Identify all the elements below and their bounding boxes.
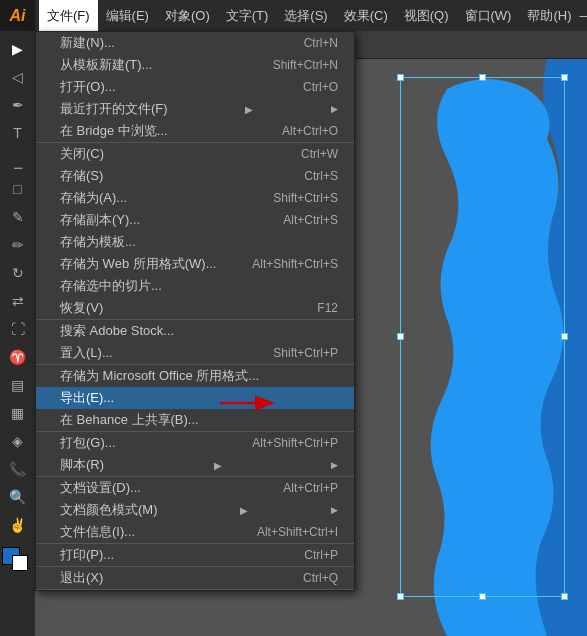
- menu-revert[interactable]: 恢复(V) F12: [36, 297, 354, 319]
- menu-recent-files[interactable]: 最近打开的文件(F) ▶: [36, 98, 354, 120]
- left-panel: ▶ ◁ ✒ T ⎯ □ ✎ ✏ ↻ ⇄ ⛶ ♈ ▤ ▦ ◈ 📞 🔍 ✌: [0, 31, 35, 636]
- red-arrow-indicator: [220, 388, 280, 421]
- handle-bl[interactable]: [397, 593, 404, 600]
- menu-section-document: 文档设置(D)... Alt+Ctrl+P 文档颜色模式(M) ▶ 文件信息(I…: [36, 477, 354, 544]
- menu-print[interactable]: 打印(P)... Ctrl+P: [36, 544, 354, 566]
- menu-file-info[interactable]: 文件信息(I)... Alt+Shift+Ctrl+I: [36, 521, 354, 543]
- menu-document-setup[interactable]: 文档设置(D)... Alt+Ctrl+P: [36, 477, 354, 499]
- tool-scale[interactable]: ⛶: [5, 316, 31, 342]
- menu-section-new: 新建(N)... Ctrl+N 从模板新建(T)... Shift+Ctrl+N…: [36, 32, 354, 143]
- menu-file[interactable]: 文件(F): [39, 0, 98, 31]
- menu-section-export: 存储为 Microsoft Office 所用格式... 导出(E)... 在 …: [36, 365, 354, 432]
- ai-logo: Ai: [0, 0, 35, 31]
- menu-package[interactable]: 打包(G)... Alt+Shift+Ctrl+P: [36, 432, 354, 454]
- tool-hand[interactable]: ✌: [5, 512, 31, 538]
- menu-section-package: 打包(G)... Alt+Shift+Ctrl+P 脚本(R) ▶: [36, 432, 354, 477]
- handle-bm[interactable]: [479, 593, 486, 600]
- tool-direct-select[interactable]: ◁: [5, 64, 31, 90]
- menu-new-template[interactable]: 从模板新建(T)... Shift+Ctrl+N: [36, 54, 354, 76]
- menu-edit[interactable]: 编辑(E): [98, 0, 157, 31]
- tool-select[interactable]: ▶: [5, 36, 31, 62]
- selection-box: [400, 77, 565, 597]
- menu-save-ms[interactable]: 存储为 Microsoft Office 所用格式...: [36, 365, 354, 387]
- tool-eyedropper[interactable]: 📞: [5, 456, 31, 482]
- menu-object[interactable]: 对象(O): [157, 0, 218, 31]
- tool-gradient[interactable]: ▤: [5, 372, 31, 398]
- tool-warp[interactable]: ♈: [5, 344, 31, 370]
- menu-save-web[interactable]: 存储为 Web 所用格式(W)... Alt+Shift+Ctrl+S: [36, 253, 354, 275]
- tool-rotate[interactable]: ↻: [5, 260, 31, 286]
- mode-label: —————: [580, 9, 588, 23]
- menu-section-exit: 退出(X) Ctrl+Q: [36, 567, 354, 590]
- tool-type[interactable]: T: [5, 120, 31, 146]
- menu-text[interactable]: 文字(T): [218, 0, 277, 31]
- menu-help[interactable]: 帮助(H): [519, 0, 579, 31]
- menu-place[interactable]: 置入(L)... Shift+Ctrl+P: [36, 342, 354, 364]
- tool-shape[interactable]: □: [5, 176, 31, 202]
- menu-section-print: 打印(P)... Ctrl+P: [36, 544, 354, 567]
- menu-search-stock[interactable]: 搜索 Adobe Stock...: [36, 320, 354, 342]
- tool-zoom[interactable]: 🔍: [5, 484, 31, 510]
- menu-document-color[interactable]: 文档颜色模式(M) ▶: [36, 499, 354, 521]
- tool-mirror[interactable]: ⇄: [5, 288, 31, 314]
- menu-close[interactable]: 关闭(C) Ctrl+W: [36, 143, 354, 165]
- menu-export[interactable]: 导出(E)...: [36, 387, 354, 409]
- tool-pencil[interactable]: ✏: [5, 232, 31, 258]
- menu-save-copy[interactable]: 存储副本(Y)... Alt+Ctrl+S: [36, 209, 354, 231]
- menu-section-save: 关闭(C) Ctrl+W 存储(S) Ctrl+S 存储为(A)... Shif…: [36, 143, 354, 320]
- handle-ml[interactable]: [397, 333, 404, 340]
- menu-browse-bridge[interactable]: 在 Bridge 中浏览... Alt+Ctrl+O: [36, 120, 354, 142]
- menu-save-as[interactable]: 存储为(A)... Shift+Ctrl+S: [36, 187, 354, 209]
- tool-mesh[interactable]: ▦: [5, 400, 31, 426]
- menu-scripts[interactable]: 脚本(R) ▶: [36, 454, 354, 476]
- tool-pen[interactable]: ✒: [5, 92, 31, 118]
- background-color[interactable]: [12, 555, 28, 571]
- menu-view[interactable]: 视图(Q): [396, 0, 457, 31]
- file-dropdown-panel: 新建(N)... Ctrl+N 从模板新建(T)... Shift+Ctrl+N…: [35, 31, 355, 591]
- menu-save-slices[interactable]: 存储选中的切片...: [36, 275, 354, 297]
- tool-paintbrush[interactable]: ✎: [5, 204, 31, 230]
- menu-exit[interactable]: 退出(X) Ctrl+Q: [36, 567, 354, 589]
- handle-tm[interactable]: [479, 74, 486, 81]
- menu-share-behance[interactable]: 在 Behance 上共享(B)...: [36, 409, 354, 431]
- handle-br[interactable]: [561, 593, 568, 600]
- menu-bar: 文件(F) 编辑(E) 对象(O) 文字(T) 选择(S) 效果(C) 视图(Q…: [35, 0, 587, 31]
- menu-save[interactable]: 存储(S) Ctrl+S: [36, 165, 354, 187]
- handle-tl[interactable]: [397, 74, 404, 81]
- handle-mr[interactable]: [561, 333, 568, 340]
- menu-window[interactable]: 窗口(W): [457, 0, 520, 31]
- menu-open[interactable]: 打开(O)... Ctrl+O: [36, 76, 354, 98]
- menu-save-template[interactable]: 存储为模板...: [36, 231, 354, 253]
- tool-line[interactable]: ⎯: [5, 148, 31, 174]
- menu-select[interactable]: 选择(S): [276, 0, 335, 31]
- menu-section-place: 搜索 Adobe Stock... 置入(L)... Shift+Ctrl+P: [36, 320, 354, 365]
- menu-effect[interactable]: 效果(C): [336, 0, 396, 31]
- handle-tr[interactable]: [561, 74, 568, 81]
- menu-new[interactable]: 新建(N)... Ctrl+N: [36, 32, 354, 54]
- tool-blend[interactable]: ◈: [5, 428, 31, 454]
- file-menu-dropdown: 新建(N)... Ctrl+N 从模板新建(T)... Shift+Ctrl+N…: [35, 31, 355, 591]
